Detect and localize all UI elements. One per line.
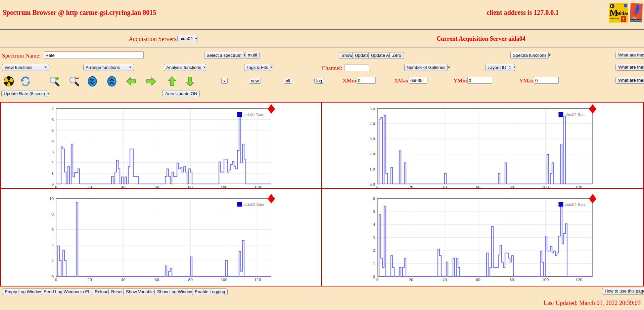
acquisition-servers-value: aida04 bbox=[180, 36, 193, 41]
y-tick-label: 0.0 bbox=[369, 182, 375, 187]
analysis-functions-dropdown[interactable]: Analysis functions bbox=[164, 64, 206, 71]
arrow-down-icon[interactable] bbox=[185, 76, 195, 87]
acquisition-servers-select[interactable]: aida04 bbox=[177, 35, 197, 42]
log-button[interactable]: log bbox=[314, 78, 324, 84]
new-button[interactable]: new bbox=[249, 78, 261, 84]
y-tick-label: 7 bbox=[51, 106, 54, 111]
x-tick-label: 100 bbox=[542, 277, 549, 282]
channel-input[interactable] bbox=[344, 65, 369, 71]
legend-square bbox=[559, 112, 563, 117]
show-variables-button[interactable]: Show Variables bbox=[123, 288, 158, 295]
y-tick-label: 6 bbox=[373, 196, 375, 201]
what-are-these-button-3[interactable]: What are these? bbox=[615, 77, 644, 84]
chart-aida03[interactable]: 0204060801001200246810aida03 Rate bbox=[1, 189, 321, 286]
chart-aida01[interactable]: 02040608010012001234567aida01 Rate bbox=[1, 103, 321, 188]
layout-id-dropdown[interactable]: Layout ID=1 bbox=[485, 64, 515, 71]
legend-label: aida02 Rate bbox=[565, 112, 586, 117]
y-tick-label: 4 bbox=[373, 222, 375, 227]
chart-panel-aida03[interactable]: 0204060801001200246810aida03 Rate bbox=[1, 189, 322, 286]
what-are-these-button-1[interactable]: What are these? bbox=[615, 52, 644, 59]
chart-aida02[interactable]: 0204060801001200.01.02.03.04.05.0aida02 … bbox=[322, 103, 643, 188]
xmin-input[interactable] bbox=[357, 77, 376, 84]
what-are-these-button-2[interactable]: What are these? bbox=[615, 64, 644, 71]
x-tick-label: 0 bbox=[376, 185, 379, 188]
how-to-use-button[interactable]: How to use this page bbox=[602, 288, 644, 295]
zoom-out-icon[interactable] bbox=[69, 76, 80, 87]
arrow-right-icon[interactable] bbox=[146, 76, 156, 87]
x-tick-label: 40 bbox=[121, 277, 126, 282]
x-tick-label: 100 bbox=[221, 277, 228, 282]
y-tick-label: 4 bbox=[51, 243, 54, 248]
reset-button[interactable]: Reset bbox=[108, 288, 125, 295]
legend-label: aida04 Rate bbox=[565, 202, 586, 207]
y-tick-label: 2 bbox=[51, 160, 54, 165]
page-title: Spectrum Browser @ http carme-gsi.cryrin… bbox=[3, 9, 156, 16]
scroll-down-icon[interactable] bbox=[87, 76, 98, 87]
zoom-in-icon[interactable] bbox=[49, 76, 60, 87]
chevron-down-icon bbox=[195, 38, 197, 39]
ymax-input[interactable] bbox=[534, 77, 559, 84]
xmin-label: XMin bbox=[342, 77, 356, 84]
midas-logo[interactable]: M Midas powered by bbox=[609, 3, 628, 23]
empty-log-window-button[interactable]: Empty Log Window bbox=[2, 288, 45, 295]
select-spectrum-dropdown[interactable]: Select a spectrum bbox=[204, 52, 244, 59]
server-row-divider bbox=[0, 47, 644, 47]
chart-panel-aida02[interactable]: 0204060801001200.01.02.03.04.05.0aida02 … bbox=[322, 103, 643, 189]
svg-text:powered by: powered by bbox=[610, 17, 619, 20]
x-tick-label: 0 bbox=[55, 277, 57, 282]
x-tick-label: 20 bbox=[409, 185, 413, 188]
chart-panel-aida04[interactable]: 0204060801001200123456aida04 Rate bbox=[322, 189, 643, 286]
x-tick-label: 80 bbox=[509, 277, 514, 282]
spectra-functions-dropdown[interactable]: Spectra functions bbox=[510, 52, 549, 59]
charts-grid: 02040608010012001234567aida01 Rate 02040… bbox=[0, 102, 644, 286]
chevron-down-icon bbox=[47, 93, 50, 94]
send-log-window-button[interactable]: Send Log Window to ELog bbox=[41, 288, 98, 295]
spectrum-name-input[interactable] bbox=[44, 51, 144, 59]
arrange-functions-dropdown[interactable]: Arrange functions bbox=[83, 64, 134, 71]
y-tick-label: 1 bbox=[373, 261, 375, 266]
client-address-text: client address is 127.0.0.1 bbox=[487, 9, 559, 16]
update-rate-dropdown[interactable]: Update Rate (8 secs) bbox=[1, 90, 47, 97]
svg-text:TCL: TCL bbox=[631, 16, 637, 19]
y-tick-label: 2 bbox=[373, 248, 375, 253]
radiation-icon[interactable] bbox=[3, 76, 14, 87]
y-tick-label: 6 bbox=[51, 227, 54, 232]
ymin-input[interactable] bbox=[467, 77, 492, 84]
y-tick-label: 0 bbox=[51, 182, 54, 187]
legend-label: aida01 Rate bbox=[243, 112, 264, 117]
x-tick-label: 80 bbox=[188, 277, 193, 282]
spectrum-name-label: Spectrum Name: bbox=[2, 52, 41, 59]
multi-button[interactable]: multi bbox=[245, 52, 260, 59]
x-tick-label: 60 bbox=[476, 185, 480, 188]
chart-panel-aida01[interactable]: 02040608010012001234567aida01 Rate bbox=[1, 103, 322, 189]
tcl-powered-logo[interactable]: TCL POWERED bbox=[630, 3, 643, 23]
x-button[interactable]: x bbox=[221, 78, 228, 84]
scroll-up-icon[interactable] bbox=[106, 76, 117, 87]
enable-logging-button[interactable]: Enable Logging bbox=[192, 288, 228, 295]
x-tick-label: 80 bbox=[188, 185, 193, 188]
refresh-icon[interactable] bbox=[20, 76, 31, 87]
xmax-input[interactable] bbox=[409, 77, 427, 84]
svg-text:Midas: Midas bbox=[616, 11, 628, 16]
ymin-label: YMin bbox=[453, 77, 467, 84]
x-tick-label: 120 bbox=[576, 277, 583, 282]
y-tick-label: 5.0 bbox=[369, 106, 375, 111]
all-button[interactable]: all bbox=[284, 78, 292, 84]
number-of-galleries-dropdown[interactable]: Number of Galleries bbox=[404, 64, 448, 71]
x-tick-label: 20 bbox=[409, 277, 413, 282]
chart-aida04[interactable]: 0204060801001200123456aida04 Rate bbox=[322, 189, 643, 286]
legend-square bbox=[237, 112, 242, 117]
zero-button[interactable]: Zero bbox=[389, 52, 404, 59]
y-tick-label: 3 bbox=[373, 235, 375, 240]
tags-fits-dropdown[interactable]: Tags & Fits bbox=[244, 64, 271, 71]
x-tick-label: 80 bbox=[509, 185, 514, 188]
view-functions-dropdown[interactable]: View functions bbox=[2, 64, 49, 71]
y-tick-label: 1.0 bbox=[369, 166, 375, 171]
chevron-down-icon bbox=[44, 67, 47, 68]
show-log-window-button[interactable]: Show Log Window bbox=[154, 288, 196, 295]
auto-update-button[interactable]: Auto Update ON bbox=[163, 90, 200, 97]
x-tick-label: 100 bbox=[542, 185, 549, 188]
arrow-left-icon[interactable] bbox=[126, 76, 137, 87]
x-tick-label: 60 bbox=[154, 277, 159, 282]
arrow-up-icon[interactable] bbox=[167, 76, 178, 87]
